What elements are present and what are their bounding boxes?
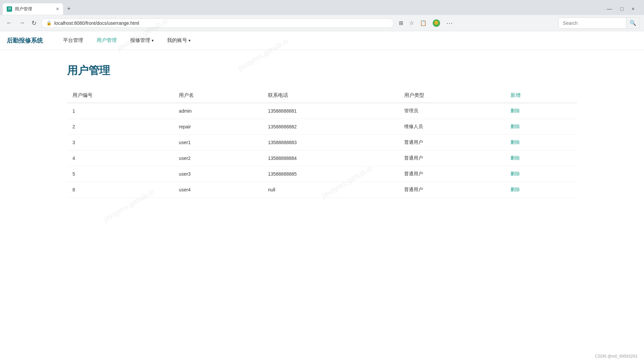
tab-favicon: 用 <box>7 6 12 12</box>
cell-id: 3 <box>67 135 173 150</box>
cell-id: 4 <box>67 150 173 166</box>
user-table: 用户编号 用户名 联系电话 用户类型 新增 1 admin 1358888888… <box>67 88 577 198</box>
cell-username: user1 <box>173 135 263 150</box>
favorites-button[interactable]: ☆ <box>407 17 416 29</box>
nav-account[interactable]: 我的账号 ▾ <box>160 31 197 50</box>
cell-username: repair <box>173 119 263 135</box>
table-row: 5 user3 13588888885 普通用户 删除 <box>67 166 577 182</box>
cell-phone: 13588888881 <box>263 103 399 119</box>
back-button[interactable]: ← <box>4 18 14 28</box>
delete-button-5[interactable]: 删除 <box>511 187 520 192</box>
app-nav: 平台管理 用户管理 报修管理 ▾ 我的账号 ▾ <box>56 31 637 50</box>
account-dropdown-arrow: ▾ <box>189 38 191 43</box>
table-row: 8 user4 null 普通用户 删除 <box>67 182 577 198</box>
col-header-type: 用户类型 <box>399 88 505 103</box>
cell-type: 普通用户 <box>399 166 505 182</box>
cell-username: user4 <box>173 182 263 198</box>
minimize-button[interactable]: — <box>604 5 615 13</box>
delete-button-4[interactable]: 删除 <box>511 171 520 176</box>
cell-phone: 13588888882 <box>263 119 399 135</box>
browser-search-button[interactable]: 🔍 <box>626 17 640 28</box>
address-bar[interactable]: 🔒 localhost:8080/front/docs/userrange.ht… <box>41 18 394 28</box>
nav-user[interactable]: 用户管理 <box>90 31 123 50</box>
cell-action: 删除 <box>505 135 577 150</box>
cell-type: 普通用户 <box>399 135 505 150</box>
cell-username: user3 <box>173 166 263 182</box>
cell-type: 管理员 <box>399 103 505 119</box>
delete-button-3[interactable]: 删除 <box>511 155 520 161</box>
cell-id: 8 <box>67 182 173 198</box>
browser-search[interactable]: 🔍 <box>558 17 640 29</box>
table-row: 2 repair 13588888882 维修人员 删除 <box>67 119 577 135</box>
col-header-username: 用户名 <box>173 88 263 103</box>
profile-button[interactable]: 😊 <box>430 17 442 29</box>
cell-phone: 13588888883 <box>263 135 399 150</box>
table-row: 3 user1 13588888883 普通用户 删除 <box>67 135 577 150</box>
cell-type: 维修人员 <box>399 119 505 135</box>
reload-button[interactable]: ↻ <box>30 18 39 28</box>
nav-repair[interactable]: 报修管理 ▾ <box>123 31 160 50</box>
col-header-id: 用户编号 <box>67 88 173 103</box>
browser-search-input[interactable] <box>559 18 626 28</box>
browser-menu-button[interactable]: ⋯ <box>444 17 455 29</box>
browser-tab[interactable]: 用 用户管理 × <box>3 3 63 15</box>
table-row: 4 user2 13588888884 普通用户 删除 <box>67 150 577 166</box>
cell-username: user2 <box>173 150 263 166</box>
delete-button-2[interactable]: 删除 <box>511 139 520 145</box>
delete-button-0[interactable]: 删除 <box>511 108 520 113</box>
cell-username: admin <box>173 103 263 119</box>
url-text: localhost:8080/front/docs/userrange.html <box>54 20 389 26</box>
forward-button[interactable]: → <box>17 18 27 28</box>
cell-id: 5 <box>67 166 173 182</box>
cell-action: 删除 <box>505 166 577 182</box>
new-tab-button[interactable]: + <box>64 3 73 15</box>
extensions-button[interactable]: ⊞ <box>396 17 406 29</box>
nav-platform[interactable]: 平台管理 <box>56 31 90 50</box>
table-header-row: 用户编号 用户名 联系电话 用户类型 新增 <box>67 88 577 103</box>
close-window-button[interactable]: × <box>629 5 637 13</box>
delete-button-1[interactable]: 删除 <box>511 124 520 129</box>
cell-type: 普通用户 <box>399 150 505 166</box>
main-content: 用户管理 用户编号 用户名 联系电话 用户类型 新增 1 admin 13588… <box>0 50 644 211</box>
collections-button[interactable]: 📋 <box>418 17 429 29</box>
cell-phone: 13588888885 <box>263 166 399 182</box>
page-title: 用户管理 <box>67 63 577 78</box>
cell-phone: null <box>263 182 399 198</box>
cell-action: 删除 <box>505 150 577 166</box>
app-header: 后勤报修系统 平台管理 用户管理 报修管理 ▾ 我的账号 ▾ <box>0 31 644 50</box>
cell-action: 删除 <box>505 103 577 119</box>
cell-id: 1 <box>67 103 173 119</box>
repair-dropdown-arrow: ▾ <box>152 38 154 43</box>
lock-icon: 🔒 <box>46 20 52 25</box>
tab-title: 用户管理 <box>15 6 53 12</box>
cell-type: 普通用户 <box>399 182 505 198</box>
app-logo: 后勤报修系统 <box>7 37 43 45</box>
cell-id: 2 <box>67 119 173 135</box>
cell-phone: 13588888884 <box>263 150 399 166</box>
tab-close-icon[interactable]: × <box>56 6 59 12</box>
cell-action: 删除 <box>505 119 577 135</box>
table-row: 1 admin 13588888881 管理员 删除 <box>67 103 577 119</box>
maximize-button[interactable]: □ <box>618 5 626 13</box>
col-header-action[interactable]: 新增 <box>505 88 577 103</box>
cell-action: 删除 <box>505 182 577 198</box>
col-header-phone: 联系电话 <box>263 88 399 103</box>
